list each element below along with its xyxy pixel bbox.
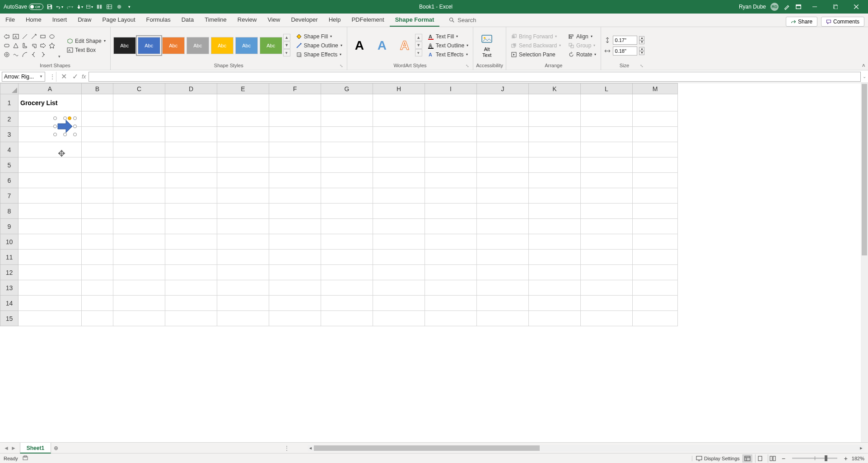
cell-F4[interactable] — [269, 142, 321, 157]
shape-arrow-left-icon[interactable] — [3, 32, 11, 41]
hscroll-thumb[interactable] — [314, 445, 540, 451]
cell-H9[interactable] — [373, 219, 425, 234]
shape-style-4[interactable]: Abc — [187, 37, 209, 54]
enter-formula-icon[interactable]: ✓ — [72, 72, 78, 81]
cell-D6[interactable] — [165, 173, 217, 188]
cell-E13[interactable] — [217, 280, 269, 296]
row-header-4[interactable]: 4 — [0, 142, 19, 157]
cell-M3[interactable] — [633, 127, 678, 142]
row-header-7[interactable]: 7 — [0, 188, 19, 204]
cancel-formula-icon[interactable]: ✕ — [61, 72, 67, 81]
row-header-11[interactable]: 11 — [0, 250, 19, 265]
cell-C10[interactable] — [113, 234, 165, 250]
search-box[interactable]: Search — [448, 13, 476, 27]
cell-B12[interactable] — [82, 265, 113, 280]
tab-formulas[interactable]: Formulas — [141, 13, 176, 27]
cell-J10[interactable] — [477, 234, 529, 250]
cell-A7[interactable] — [19, 188, 82, 204]
cell-G12[interactable] — [321, 265, 373, 280]
cell-G8[interactable] — [321, 204, 373, 219]
cell-F5[interactable] — [269, 157, 321, 173]
cell-E9[interactable] — [217, 219, 269, 234]
shape-fill-button[interactable]: Shape Fill▾ — [294, 32, 344, 41]
cell-K3[interactable] — [529, 127, 581, 142]
gallery-more-icon[interactable]: ▾ — [283, 49, 290, 56]
cell-C3[interactable] — [113, 127, 165, 142]
cell-M12[interactable] — [633, 265, 678, 280]
sheet-nav-next-icon[interactable]: ► — [11, 445, 16, 451]
cell-M8[interactable] — [633, 204, 678, 219]
cell-K6[interactable] — [529, 173, 581, 188]
shape-arrow-right-icon[interactable] — [39, 42, 47, 50]
cell-A11[interactable] — [19, 250, 82, 265]
cell-D5[interactable] — [165, 157, 217, 173]
tab-pdfelement[interactable]: PDFelement — [346, 13, 389, 27]
zoom-slider-knob[interactable] — [825, 455, 827, 461]
resize-handle-sw[interactable] — [53, 133, 57, 136]
tab-shape-format[interactable]: Shape Format — [390, 13, 440, 27]
cell-F9[interactable] — [269, 219, 321, 234]
cell-G7[interactable] — [321, 188, 373, 204]
shape-donut-icon[interactable] — [3, 51, 11, 59]
select-all-corner[interactable] — [0, 83, 19, 94]
row-header-3[interactable]: 3 — [0, 127, 19, 142]
formula-input[interactable] — [89, 72, 861, 82]
cell-I4[interactable] — [425, 142, 477, 157]
cell-J14[interactable] — [477, 296, 529, 311]
coming-soon-icon[interactable] — [783, 3, 790, 10]
cell-H10[interactable] — [373, 234, 425, 250]
row-header-12[interactable]: 12 — [0, 265, 19, 280]
row-header-13[interactable]: 13 — [0, 280, 19, 296]
cell-A15[interactable] — [19, 311, 82, 326]
cell-I5[interactable] — [425, 157, 477, 173]
comments-button[interactable]: Comments — [821, 17, 864, 27]
cell-F2[interactable] — [269, 111, 321, 127]
cell-C5[interactable] — [113, 157, 165, 173]
resize-handle-n[interactable] — [63, 116, 67, 120]
selection-pane-button[interactable]: Selection Pane — [509, 51, 563, 59]
cell-C2[interactable] — [113, 111, 165, 127]
shape-styles-launcher-icon[interactable]: ⤡ — [340, 64, 343, 68]
user-avatar[interactable]: RD — [770, 3, 779, 11]
cell-A5[interactable] — [19, 157, 82, 173]
cell-A13[interactable] — [19, 280, 82, 296]
col-header-F[interactable]: F — [269, 83, 321, 94]
row-header-9[interactable]: 9 — [0, 219, 19, 234]
cell-J8[interactable] — [477, 204, 529, 219]
col-header-A[interactable]: A — [19, 83, 82, 94]
adjust-handle[interactable] — [68, 116, 71, 120]
hscroll-left-icon[interactable]: ◄ — [308, 446, 314, 450]
cell-M7[interactable] — [633, 188, 678, 204]
tab-insert[interactable]: Insert — [47, 13, 73, 27]
cell-M14[interactable] — [633, 296, 678, 311]
cell-H6[interactable] — [373, 173, 425, 188]
zoom-slider[interactable] — [792, 458, 837, 459]
cell-K7[interactable] — [529, 188, 581, 204]
cell-H11[interactable] — [373, 250, 425, 265]
cell-G2[interactable] — [321, 111, 373, 127]
cell-C8[interactable] — [113, 204, 165, 219]
cell-I1[interactable] — [425, 94, 477, 111]
maximize-button[interactable] — [827, 0, 844, 13]
shape-arrow-line-icon[interactable] — [30, 32, 38, 41]
cell-I13[interactable] — [425, 280, 477, 296]
width-down[interactable]: ▼ — [639, 51, 644, 55]
shape-oval-icon[interactable] — [48, 32, 56, 41]
cell-B4[interactable] — [82, 142, 113, 157]
cell-A4[interactable] — [19, 142, 82, 157]
cell-M9[interactable] — [633, 219, 678, 234]
tab-file[interactable]: File — [0, 13, 20, 27]
cell-H1[interactable] — [373, 94, 425, 111]
cell-F14[interactable] — [269, 296, 321, 311]
cell-A14[interactable] — [19, 296, 82, 311]
shape-style-5[interactable]: Abc — [211, 37, 233, 54]
shape-style-2[interactable]: Abc — [138, 37, 160, 54]
cell-K1[interactable] — [529, 94, 581, 111]
col-header-C[interactable]: C — [113, 83, 165, 94]
cell-M15[interactable] — [633, 311, 678, 326]
vscroll-thumb[interactable] — [862, 84, 867, 255]
shape-star-icon[interactable] — [48, 42, 56, 50]
cell-F15[interactable] — [269, 311, 321, 326]
cell-I7[interactable] — [425, 188, 477, 204]
cell-C7[interactable] — [113, 188, 165, 204]
